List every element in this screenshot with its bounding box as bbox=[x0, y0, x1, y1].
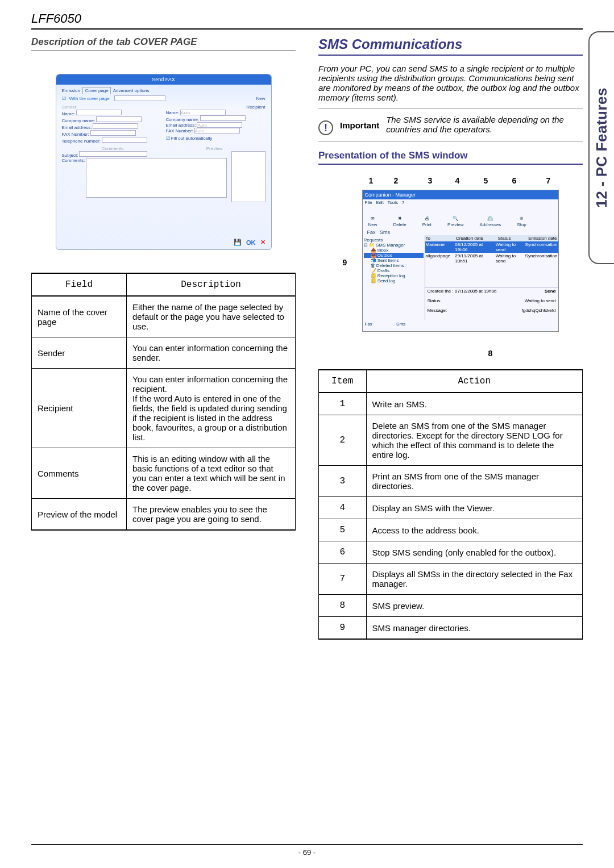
created-label: Created the : 07/12/2005 at 19h06 bbox=[428, 289, 497, 294]
callout-1: 1 bbox=[369, 176, 374, 185]
tb-delete[interactable]: ✖Delete bbox=[393, 216, 406, 227]
desc-recipient: You can enter information concerning the… bbox=[127, 369, 296, 448]
tree-root: Requests bbox=[364, 237, 424, 243]
tb-preview[interactable]: 🔍Preview bbox=[447, 216, 463, 227]
sendfax-titlebar: Send FAX bbox=[56, 74, 271, 85]
label-fax: FAX Number: bbox=[62, 132, 89, 137]
companion-manager-window: Companion - Manager File Edit Tools ? ✉N… bbox=[362, 190, 559, 332]
tab-emission[interactable]: Emission bbox=[62, 88, 80, 93]
tb-stop[interactable]: ⊘Stop bbox=[517, 216, 526, 227]
save-icon[interactable]: 💾 bbox=[234, 239, 242, 246]
tab-fax[interactable]: Fax bbox=[367, 229, 376, 235]
side-tab-text: 12 - PC Features bbox=[593, 87, 611, 208]
sms-window-figure: 1 2 3 4 5 6 7 9 8 Companion - Manager Fi… bbox=[343, 173, 559, 360]
with-cover-checkbox[interactable]: With the cover page bbox=[69, 96, 110, 101]
status-label: Status: bbox=[428, 298, 442, 303]
action-5: Access to the address book. bbox=[366, 519, 582, 541]
field-comments: Comments bbox=[32, 448, 127, 499]
fill-auto-checkbox[interactable]: Fill out automatically bbox=[171, 136, 212, 141]
chapter-side-tab: 12 - PC Features bbox=[588, 31, 614, 264]
sms-tree[interactable]: Requests ⊟ 📁 SMS Manager 📥 Inbox 📤 Outbo… bbox=[363, 235, 425, 320]
sms-actions-table: Item Action 1Write an SMS. 2Delete an SM… bbox=[318, 369, 583, 640]
sms-heading: SMS Communications bbox=[318, 36, 583, 56]
callout-5: 5 bbox=[484, 176, 488, 185]
th-field: Field bbox=[32, 273, 127, 296]
item-4: 4 bbox=[319, 497, 367, 519]
label-r-name: Name: bbox=[166, 110, 180, 115]
sender-heading: Sender bbox=[62, 105, 161, 110]
desc-comments: This is an editing window with all the b… bbox=[127, 448, 296, 499]
callout-6: 6 bbox=[512, 176, 517, 185]
field-name-cover: Name of the cover page bbox=[32, 296, 127, 337]
comments-textarea[interactable] bbox=[86, 158, 226, 198]
important-icon: ! bbox=[318, 120, 333, 135]
menu-edit[interactable]: Edit bbox=[376, 200, 384, 205]
coverpage-select[interactable] bbox=[114, 95, 165, 101]
sms-window-heading: Presentation of the SMS window bbox=[318, 150, 583, 165]
manual-page: LFF6050 12 - PC Features Description of … bbox=[0, 0, 614, 829]
tb-addresses[interactable]: 📇Addresses bbox=[480, 216, 501, 227]
menu-file[interactable]: File bbox=[365, 200, 372, 205]
ok-button[interactable]: OK bbox=[246, 239, 256, 246]
important-note: ! Important The SMS service is available… bbox=[318, 115, 583, 142]
callout-7: 7 bbox=[546, 176, 551, 185]
action-7: Displays all SMSs in the directory selec… bbox=[366, 564, 582, 595]
action-2: Delete an SMS from one of the SMS manage… bbox=[366, 415, 582, 466]
action-6: Stop SMS sending (only enabled for the o… bbox=[366, 541, 582, 564]
item-2: 2 bbox=[319, 415, 367, 466]
comments-heading: Comments bbox=[62, 146, 164, 151]
item-5: 5 bbox=[319, 519, 367, 541]
callout-2: 2 bbox=[394, 176, 399, 185]
tab-advanced[interactable]: Advanced options bbox=[113, 88, 150, 93]
callout-8: 8 bbox=[488, 349, 493, 358]
callout-4: 4 bbox=[455, 176, 460, 185]
sms-list[interactable]: To Creation date Status Emission date Ma… bbox=[425, 235, 558, 320]
item-3: 3 bbox=[319, 466, 367, 497]
send-button[interactable]: Send bbox=[545, 289, 556, 294]
tab-sms[interactable]: Sms bbox=[380, 229, 390, 235]
desc-sender: You can enter information concerning the… bbox=[127, 337, 296, 369]
desc-preview: The preview enables you to see the cover… bbox=[127, 499, 296, 531]
footer-tab-fax[interactable]: Fax bbox=[365, 322, 372, 327]
model-header: LFF6050 bbox=[31, 11, 583, 30]
label-r-fax: FAX Number: bbox=[166, 128, 193, 133]
action-9: SMS manager directories. bbox=[366, 617, 582, 640]
action-8: SMS preview. bbox=[366, 595, 582, 617]
important-label: Important bbox=[340, 120, 379, 130]
new-link[interactable]: New bbox=[256, 96, 265, 101]
sendfax-screenshot: Send FAX Emission Cover page Advanced op… bbox=[56, 74, 272, 250]
tb-new[interactable]: ✉New bbox=[368, 216, 377, 227]
footer-tab-sms[interactable]: Sms bbox=[396, 322, 405, 327]
action-1: Write an SMS. bbox=[366, 393, 582, 415]
cover-fields-table: Field Description Name of the cover page… bbox=[31, 273, 296, 531]
menu-help[interactable]: ? bbox=[402, 200, 404, 205]
item-7: 7 bbox=[319, 564, 367, 595]
right-column: SMS Communications From your PC, you can… bbox=[318, 36, 583, 640]
label-email: Email address: bbox=[62, 125, 92, 130]
th-item: Item bbox=[319, 370, 367, 393]
cancel-button[interactable]: ✕ bbox=[260, 239, 265, 246]
item-9: 9 bbox=[319, 617, 367, 640]
message-value: fgdshqQshfckefd bbox=[521, 308, 555, 313]
comments-label: Comments: bbox=[62, 158, 85, 198]
th-desc: Description bbox=[127, 273, 296, 296]
desc-name-cover: Either the name of the page selected by … bbox=[127, 296, 296, 337]
action-3: Print an SMS from one of the SMS manager… bbox=[366, 466, 582, 497]
cm-titlebar: Companion - Manager bbox=[363, 190, 558, 199]
recipient-heading: Recipient bbox=[166, 105, 265, 110]
message-label: Message: bbox=[428, 308, 447, 313]
preview-heading: Preview bbox=[164, 146, 265, 151]
menu-tools[interactable]: Tools bbox=[387, 200, 398, 205]
action-4: Display an SMS with the Viewer. bbox=[366, 497, 582, 519]
cover-page-heading: Description of the tab COVER PAGE bbox=[31, 36, 296, 51]
item-6: 6 bbox=[319, 541, 367, 564]
sms-intro: From your PC, you can send SMS to a sing… bbox=[318, 64, 583, 109]
field-preview: Preview of the model bbox=[32, 499, 127, 531]
label-company: Company name: bbox=[62, 118, 96, 123]
tab-coverpage[interactable]: Cover page bbox=[82, 87, 110, 94]
label-phone: Telephone number: bbox=[62, 139, 101, 144]
item-1: 1 bbox=[319, 393, 367, 415]
label-r-email: Email address: bbox=[166, 123, 196, 128]
label-name: Name: bbox=[62, 111, 76, 116]
tb-print[interactable]: 🖨Print bbox=[422, 216, 432, 227]
